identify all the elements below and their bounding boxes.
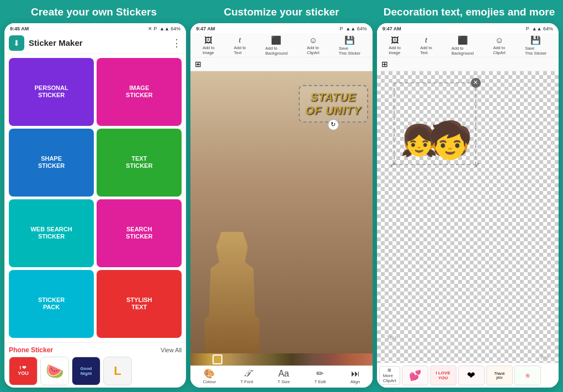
download-icon[interactable]: ⬇	[9, 35, 24, 51]
sticker-thumb-2[interactable]: 🍉	[40, 357, 69, 385]
clipart-thumb-5[interactable]: 🌸	[514, 365, 541, 385]
search-sticker-btn[interactable]: SEARCHSTICKER	[97, 199, 182, 267]
header-col-3: Decoration text, emojies and more	[375, 6, 563, 19]
cartoon-sticker[interactable]: 👧 🧒 ✕ ⤢ ⤢	[394, 82, 476, 165]
status-icons-1: ✕ P ▲▲ 64%	[148, 26, 181, 31]
you-label: You	[387, 335, 396, 341]
align-label: Align	[350, 379, 360, 384]
add-image-label: Add toImage	[203, 45, 215, 55]
statue-figure	[196, 232, 268, 353]
more-clipart-icon: ⊞	[387, 368, 391, 373]
panel3-add-clipart[interactable]: ☺ Add toClipArt	[493, 35, 506, 55]
add-text-label: Add toText	[234, 45, 246, 55]
bottom-clipart-row: ⊞ MoreClipArt 💕 I LOVEYOU ❤ Thankyou 🌸	[377, 363, 559, 388]
add-bg-icon: ⬛	[271, 35, 282, 45]
rotate-handle[interactable]: ↻	[328, 119, 339, 130]
search-sticker-label: SEARCHSTICKER	[126, 226, 152, 240]
sticker-pack-btn[interactable]: STICKERPACK	[9, 270, 94, 338]
clipart-thumb-4[interactable]: Thankyou	[486, 365, 513, 385]
layer-icon[interactable]: ⊞	[190, 57, 372, 71]
header-title-3: Decoration text, emojies and more	[384, 6, 555, 18]
add-clipart-icon: ☺	[309, 35, 317, 45]
align-icon: ⏭	[351, 369, 360, 379]
scale-handle-tl[interactable]: ⤢	[390, 161, 395, 168]
phone-sticker-section: Phone Sticker View All I ❤YOU 🍉 GoodNigh…	[4, 342, 186, 388]
header-title-1: Create your own Stickers	[31, 6, 157, 18]
more-clipart-btn[interactable]: ⊞ MoreClipArt	[379, 366, 400, 385]
header-col-2: Customize your sticker	[188, 6, 375, 19]
panel3-add-image[interactable]: 🖼 Add toImage	[389, 35, 401, 55]
canvas-area: 👧 🧒 ✕ ⤢ ⤢ You Tou	[377, 71, 559, 363]
sticker-thumb-4[interactable]: L	[103, 357, 132, 385]
panel3-add-text[interactable]: t Add toText	[420, 35, 432, 55]
clipart-thumb-2[interactable]: I LOVEYOU	[430, 365, 456, 385]
p3-add-bg-label: Add toBackground	[452, 46, 474, 56]
stylish-text-btn[interactable]: STYLISHTEXT	[97, 270, 182, 338]
tedit-label: T Edit	[315, 379, 326, 384]
web-search-sticker-btn[interactable]: WEB SEARCHSTICKER	[9, 199, 94, 267]
tfont-tool[interactable]: 𝒯 T Font	[240, 369, 253, 384]
clipart-4-content: Thankyou	[494, 372, 504, 379]
color-indicator	[213, 354, 222, 364]
sticker-thumbs: I ❤YOU 🍉 GoodNight L	[9, 357, 182, 385]
image-sticker-btn[interactable]: IMAGESTICKER	[97, 58, 182, 126]
image-sticker-label: IMAGESTICKER	[126, 84, 152, 99]
shape-sticker-btn[interactable]: SHAPESTICKER	[9, 129, 94, 197]
sticker-thumb-1[interactable]: I ❤YOU	[9, 357, 38, 385]
clipart-5-content: 🌸	[525, 373, 530, 378]
panel3-save[interactable]: 💾 SaveThis Sticker	[525, 35, 546, 56]
align-tool[interactable]: ⏭ Align	[350, 369, 360, 384]
text-sticker-content: STATUEOF UNITY	[305, 91, 361, 117]
tsize-tool[interactable]: Aa T Size	[278, 369, 290, 384]
layer-icon-3[interactable]: ⊞	[377, 57, 559, 71]
clipart-thumb-1[interactable]: 💕	[402, 365, 428, 385]
app-title: Sticker Maker	[29, 38, 172, 47]
clipart-thumb-3[interactable]: ❤	[458, 365, 485, 385]
sticker-thumb-3[interactable]: GoodNight	[72, 357, 100, 385]
p3-add-image-label: Add toImage	[389, 45, 401, 55]
tou-label: Tou	[540, 354, 549, 361]
save-label: SaveThis Sticker	[339, 46, 360, 56]
panel-image-decoration: 9:47 AM P ▲▲ 64% 🖼 Add toImage t Add toT…	[377, 23, 559, 388]
personal-sticker-label: PERSONALSTICKER	[35, 84, 68, 99]
tfont-icon: 𝒯	[244, 369, 249, 379]
p3-add-clipart-icon: ☺	[495, 35, 503, 45]
stylish-text-label: STYLISHTEXT	[126, 296, 152, 311]
add-bg-label: Add toBackground	[265, 46, 288, 56]
header-col-1: Create your own Stickers	[0, 6, 188, 19]
text-sticker-box[interactable]: STATUEOF UNITY ↻	[299, 85, 368, 123]
p3-add-text-label: Add toText	[420, 45, 432, 55]
add-clipart-label: Add toClipArt	[307, 45, 320, 55]
p3-add-bg-icon: ⬛	[458, 35, 468, 45]
status-bar-3: 9:47 AM P ▲▲ 64%	[377, 23, 559, 33]
panel2-add-text[interactable]: t Add toText	[234, 35, 246, 55]
panel2-add-clipart[interactable]: ☺ Add toClipArt	[307, 35, 320, 55]
text-sticker-label: TEXTSTICKER	[126, 155, 152, 169]
tfont-label: T Font	[240, 379, 253, 384]
panel2-save[interactable]: 💾 SaveThis Sticker	[339, 35, 360, 56]
menu-dots[interactable]: ⋮	[172, 37, 182, 49]
panel2-add-image[interactable]: 🖼 Add toImage	[203, 35, 215, 55]
scale-handle-br[interactable]: ⤢	[475, 161, 480, 168]
sticker-grid: PERSONALSTICKER IMAGESTICKER SHAPESTICKE…	[4, 54, 186, 342]
add-image-icon: 🖼	[204, 35, 213, 45]
sticker-pack-label: STICKERPACK	[38, 296, 65, 311]
view-all-link[interactable]: View All	[161, 347, 182, 353]
colour-tool[interactable]: 🎨 Colour	[203, 368, 216, 384]
panel2-add-bg[interactable]: ⬛ Add toBackground	[265, 35, 288, 56]
text-sticker-btn[interactable]: TEXTSTICKER	[97, 129, 182, 197]
tedit-tool[interactable]: ✏ T Edit	[315, 368, 326, 384]
time-2: 9:47 AM	[196, 26, 215, 31]
clipart-3-content: ❤	[467, 369, 475, 382]
header-row: Create your own Stickers Customize your …	[0, 0, 563, 23]
close-sticker-btn[interactable]: ✕	[471, 78, 481, 88]
time-3: 9:47 AM	[383, 26, 401, 31]
top-icon-row-2: 🖼 Add toImage t Add toText ⬛ Add toBackg…	[190, 33, 372, 57]
bottom-toolbar-2: 🎨 Colour 𝒯 T Font Aa T Size ✏ T Edit ⏭ A…	[190, 365, 372, 388]
color-strip[interactable]	[190, 353, 372, 365]
top-icon-row-3: 🖼 Add toImage t Add toText ⬛ Add toBackg…	[377, 33, 559, 57]
status-icons-2: P ▲▲ 64%	[339, 26, 367, 31]
panel3-add-bg[interactable]: ⬛ Add toBackground	[452, 35, 474, 56]
header-title-2: Customize your sticker	[224, 6, 339, 18]
personal-sticker-btn[interactable]: PERSONALSTICKER	[9, 58, 94, 126]
